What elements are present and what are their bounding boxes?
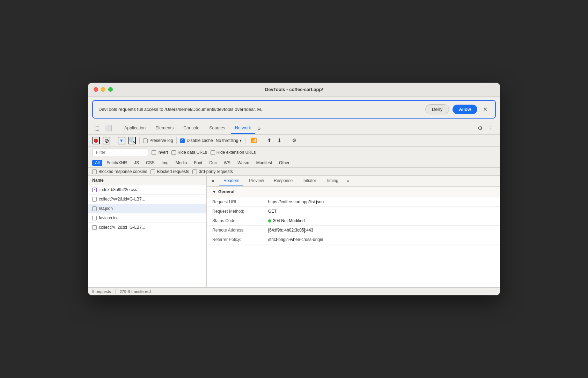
file-item[interactable]: list.json — [88, 204, 206, 213]
deny-button[interactable]: Deny — [425, 104, 449, 114]
file-item[interactable]: ✔index-b859522e.css — [88, 185, 206, 195]
preserve-log-checkbox[interactable] — [143, 138, 148, 143]
type-filter-other[interactable]: Other — [276, 160, 292, 166]
details-tab-response[interactable]: Response — [270, 176, 297, 186]
file-name: collect?v=2&tid=G-LB7... — [99, 225, 145, 230]
device-icon[interactable]: ⬜ — [103, 122, 114, 134]
filter-row: Invert Hide data URLs Hide extension URL… — [88, 147, 500, 158]
disable-cache-label[interactable]: Disable cache — [180, 138, 213, 143]
hide-data-urls-option[interactable]: Hide data URLs — [171, 150, 207, 155]
file-name: favicon.ico — [99, 216, 119, 220]
property-row: Status Code:304 Not Modified — [207, 216, 500, 226]
details-tab-preview[interactable]: Preview — [245, 176, 268, 186]
invert-filter-option[interactable]: Invert — [152, 150, 168, 155]
file-list: Name ✔index-b859522e.csscollect?v=2&tid=… — [88, 176, 207, 287]
tab-sources[interactable]: Sources — [205, 123, 229, 134]
pointer-icon[interactable]: ⬚ — [92, 122, 102, 134]
details-more-chevron[interactable]: » — [345, 177, 351, 185]
type-filter-doc[interactable]: Doc — [206, 160, 219, 166]
hide-data-urls-checkbox[interactable] — [171, 150, 176, 155]
type-filter-font[interactable]: Font — [191, 160, 205, 166]
blocked-requests-option[interactable]: Blocked requests — [150, 169, 189, 174]
devtools-tabs: ⬚ ⬜ Application Elements Console Sources… — [88, 122, 500, 135]
property-value: GET — [268, 209, 494, 214]
main-content: Name ✔index-b859522e.csscollect?v=2&tid=… — [88, 176, 500, 287]
file-item[interactable]: collect?v=2&tid=G-LB7... — [88, 195, 206, 204]
details-tab-initiator[interactable]: Initiator — [298, 176, 320, 186]
tabs-more-chevron[interactable]: » — [257, 124, 262, 133]
wifi-icon[interactable]: 📶 — [249, 137, 258, 144]
type-filter-img[interactable]: Img — [159, 160, 171, 166]
status-separator — [115, 289, 116, 294]
tab-console[interactable]: Console — [179, 123, 204, 134]
blocked-requests-checkbox[interactable] — [150, 169, 155, 174]
type-filter-css[interactable]: CSS — [143, 160, 157, 166]
file-checkbox-icon — [92, 225, 97, 230]
devtools-window: DevTools - coffee-cart.app/ DevTools req… — [88, 83, 500, 295]
property-key: Referrer Policy: — [212, 237, 268, 242]
filter-input[interactable] — [92, 149, 148, 156]
property-value: 304 Not Modified — [268, 218, 494, 223]
type-filter-manifest[interactable]: Manifest — [253, 160, 275, 166]
transferred-size: 279 B transferred — [120, 289, 151, 294]
extra-filter-row: Blocked response cookies Blocked request… — [88, 168, 500, 176]
preserve-log-label[interactable]: Preserve log — [143, 138, 173, 143]
css-file-icon: ✔ — [92, 188, 97, 192]
network-settings-icon[interactable]: ⚙ — [291, 137, 298, 144]
close-button[interactable] — [94, 87, 98, 92]
tab-elements[interactable]: Elements — [151, 123, 178, 134]
search-icon[interactable]: 🔍 — [128, 137, 136, 144]
property-key: Status Code: — [212, 218, 268, 223]
clear-button[interactable]: ⊘ — [103, 137, 110, 144]
property-row: Request URL:https://coffee-cart.app/list… — [207, 197, 500, 207]
type-filter-wasm[interactable]: Wasm — [235, 160, 252, 166]
permission-close-button[interactable]: ✕ — [481, 105, 490, 113]
minimize-button[interactable] — [101, 87, 105, 92]
hide-extension-urls-checkbox[interactable] — [211, 150, 215, 155]
type-filter-js[interactable]: JS — [131, 160, 142, 166]
stop-recording-button[interactable]: ⏺ — [92, 137, 100, 144]
section-arrow-icon: ▼ — [212, 190, 216, 194]
invert-checkbox[interactable] — [152, 150, 156, 155]
property-key: Request URL: — [212, 199, 268, 204]
general-section-header[interactable]: ▼ General — [207, 187, 500, 197]
third-party-checkbox[interactable] — [192, 169, 197, 174]
property-value: [64:ff9b::4b02:3c05]:443 — [268, 228, 494, 233]
file-item[interactable]: favicon.ico — [88, 213, 206, 223]
settings-icon[interactable]: ⚙ — [476, 123, 485, 133]
property-row: Remote Address:[64:ff9b::4b02:3c05]:443 — [207, 226, 500, 235]
type-filter-all[interactable]: All — [92, 160, 102, 166]
type-filter-fetch-xhr[interactable]: Fetch/XHR — [104, 160, 130, 166]
third-party-option[interactable]: 3rd-party requests — [192, 169, 233, 174]
property-key: Request Method: — [212, 209, 268, 214]
titlebar: DevTools - coffee-cart.app/ — [88, 83, 500, 97]
blocked-cookies-checkbox[interactable] — [92, 169, 97, 174]
type-filter-ws[interactable]: WS — [221, 160, 233, 166]
toolbar-separator-2 — [139, 137, 140, 144]
details-tab-timing[interactable]: Timing — [322, 176, 343, 186]
maximize-button[interactable] — [108, 87, 113, 92]
blocked-cookies-option[interactable]: Blocked response cookies — [92, 169, 147, 174]
details-close-button[interactable]: ✕ — [211, 177, 218, 185]
details-tab-headers[interactable]: Headers — [219, 176, 243, 186]
details-panel: ✕ HeadersPreviewResponseInitiatorTiming»… — [207, 176, 500, 287]
traffic-lights — [94, 87, 113, 92]
download-icon[interactable]: ⬇ — [276, 137, 283, 144]
hide-extension-urls-option[interactable]: Hide extension URLs — [211, 150, 256, 155]
more-options-icon[interactable]: ⋮ — [486, 123, 496, 133]
tab-application[interactable]: Application — [120, 123, 150, 134]
allow-button[interactable]: Allow — [453, 105, 477, 114]
toolbar-separator-6 — [287, 137, 287, 144]
upload-icon[interactable]: ⬆ — [266, 137, 273, 144]
property-row: Request Method:GET — [207, 207, 500, 216]
file-checkbox-icon — [92, 206, 97, 211]
permission-text: DevTools requests full access to /Users/… — [98, 107, 422, 112]
throttling-dropdown[interactable]: No throttling ▾ — [216, 138, 242, 143]
filter-icon[interactable]: ▾ — [118, 137, 125, 144]
file-name: list.json — [99, 206, 113, 211]
file-item[interactable]: collect?v=2&tid=G-LB7... — [88, 223, 206, 232]
type-filter-media[interactable]: Media — [173, 160, 190, 166]
tab-network[interactable]: Network — [231, 123, 255, 134]
file-name: index-b859522e.css — [100, 187, 137, 192]
disable-cache-checkbox[interactable] — [180, 138, 185, 143]
